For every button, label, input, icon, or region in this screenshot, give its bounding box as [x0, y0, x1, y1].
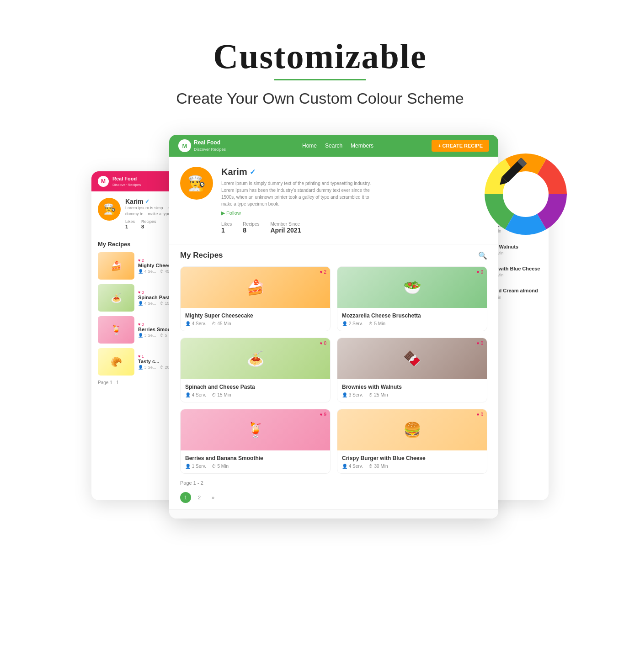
- back-recipe-img-4: 🥐: [98, 348, 134, 376]
- recipe-card-5: 🍹 ♥ 9 Berries and Banana Smoothie 👤 1 Se…: [180, 409, 331, 474]
- likes-label: Likes: [221, 222, 232, 227]
- page-label: Page 1 - 2: [169, 474, 498, 492]
- my-recipes-title: My Recipes: [180, 251, 223, 260]
- likes-value: 1: [221, 227, 232, 234]
- back-verified: ✓: [145, 198, 149, 205]
- main-profile-name: Karim ✓: [221, 167, 487, 177]
- recipe-img-6: 🍔 ♥ 0: [337, 409, 487, 450]
- recipe-card-body-5: Berries and Banana Smoothie 👤 1 Serv. ⏱ …: [181, 450, 330, 473]
- recipe-title-5: Berries and Banana Smoothie: [185, 455, 325, 461]
- main-footer: About Us An About Us page helps your com…: [169, 509, 498, 519]
- green-underline: [274, 79, 366, 80]
- main-logo-text: Real FoodDiscover Recipes: [194, 139, 226, 152]
- main-follow-btn[interactable]: ▶ Follow: [221, 210, 487, 216]
- main-verified-badge: ✓: [250, 168, 256, 176]
- recipe-like-6: ♥ 0: [477, 412, 483, 417]
- recipe-servings-6: 👤 4 Serv.: [342, 464, 363, 469]
- recipe-card-2: 🥗 ♥ 0 Mozzarella Cheese Bruschetta 👤 2 S…: [337, 266, 487, 331]
- main-likes-stat: Likes 1: [221, 222, 232, 234]
- recipe-servings-2: 👤 2 Serv.: [342, 321, 363, 326]
- recipe-title-2: Mozzarella Cheese Bruschetta: [342, 312, 482, 319]
- since-label: Member Since: [271, 222, 301, 227]
- recipe-card-1: 🍰 ♥ 2 Mighty Super Cheesecake 👤 4 Serv. …: [180, 266, 331, 331]
- recipe-card-body-4: Brownies with Walnuts 👤 3 Serv. ⏱ 25 Min: [337, 379, 487, 402]
- back-recipe-img-3: 🍹: [98, 316, 134, 344]
- page-title-cursive: Customizable: [0, 37, 640, 76]
- recipes-value: 8: [243, 227, 259, 234]
- back-recipe-like-4: ♥ 1: [138, 354, 170, 359]
- main-recipes-stat: Recipes 8: [243, 222, 259, 234]
- recipe-card-body-6: Crispy Burger with Blue Cheese 👤 4 Serv.…: [337, 450, 487, 473]
- recipe-time-3: ⏱ 15 Min: [212, 392, 231, 397]
- recipe-time-6: ⏱ 30 Min: [368, 464, 388, 469]
- recipe-meta-2: 👤 2 Serv. ⏱ 5 Min: [342, 321, 482, 326]
- recipe-meta-6: 👤 4 Serv. ⏱ 30 Min: [342, 464, 482, 469]
- recipe-time-4: ⏱ 25 Min: [368, 392, 388, 397]
- recipe-time-2: ⏱ 5 Min: [368, 321, 385, 326]
- recipe-like-2: ♥ 0: [477, 270, 483, 275]
- recipe-time-1: ⏱ 45 Min: [212, 321, 231, 326]
- recipe-like-1: ♥ 2: [320, 270, 326, 275]
- recipe-like-3: ♥ 0: [320, 341, 326, 346]
- recipe-meta-3: 👤 4 Serv. ⏱ 15 Min: [185, 392, 325, 397]
- back-avatar: 👨‍🍳: [98, 198, 121, 221]
- recipe-title-3: Spinach and Cheese Pasta: [185, 384, 325, 390]
- pagination: 1 2 »: [169, 492, 498, 509]
- recipe-card-4: 🍫 ♥ 0 Brownies with Walnuts 👤 3 Serv. ⏱ …: [337, 338, 487, 402]
- since-value: April 2021: [271, 227, 301, 234]
- back-recipe-title-4: Tasty c...: [138, 359, 170, 364]
- screenshots-wrapper: M Real FoodDiscover Recipes 👨‍🍳 Karim ✓ …: [91, 135, 549, 519]
- back-logo-icon: M: [98, 176, 109, 187]
- recipe-meta-1: 👤 4 Serv. ⏱ 45 Min: [185, 321, 325, 326]
- main-avatar: 👨‍🍳: [180, 167, 213, 200]
- back-logo-text: Real FoodDiscover Recipes: [112, 176, 141, 187]
- back-recipes-stat: Recipes8: [141, 219, 156, 229]
- recipe-img-3: 🍝 ♥ 0: [181, 338, 330, 379]
- recipe-servings-5: 👤 1 Serv.: [185, 464, 206, 469]
- back-recipe-meta-4: 👤 3 Se... ⏱ 20: [138, 365, 170, 370]
- recipe-card-body-2: Mozzarella Cheese Bruschetta 👤 2 Serv. ⏱…: [337, 308, 487, 331]
- main-profile-info: Karim ✓ Lorem ipsum is simply dummy text…: [221, 167, 487, 234]
- recipe-servings-1: 👤 4 Serv.: [185, 321, 206, 326]
- recipes-label: Recipes: [243, 222, 259, 227]
- back-recipe-meta-2: 👤 4 Se... ⏱ 15: [138, 301, 172, 306]
- page-2-btn[interactable]: 2: [194, 492, 205, 503]
- main-recipes-area: My Recipes 🔍 🍰 ♥ 2 Mighty Super Cheeseca…: [169, 244, 498, 519]
- nav-link-members[interactable]: Members: [351, 143, 373, 149]
- nav-link-home[interactable]: Home: [302, 143, 317, 149]
- recipe-title-4: Brownies with Walnuts: [342, 384, 482, 390]
- recipe-img-4: 🍫 ♥ 0: [337, 338, 487, 379]
- back-recipe-info-2: ♥ 0 Spinach Pasta 👤 4 Se... ⏱ 15: [138, 290, 172, 306]
- recipe-title-6: Crispy Burger with Blue Cheese: [342, 455, 482, 461]
- recipe-title-1: Mighty Super Cheesecake: [185, 312, 325, 319]
- search-icon[interactable]: 🔍: [478, 251, 487, 260]
- back-recipe-info-4: ♥ 1 Tasty c... 👤 3 Se... ⏱ 20: [138, 354, 170, 370]
- main-profile-stats: Likes 1 Recipes 8 Member Since April 202…: [221, 222, 487, 234]
- recipe-meta-4: 👤 3 Serv. ⏱ 25 Min: [342, 392, 482, 397]
- recipe-servings-3: 👤 4 Serv.: [185, 392, 206, 397]
- recipe-card-3: 🍝 ♥ 0 Spinach and Cheese Pasta 👤 4 Serv.…: [180, 338, 331, 402]
- page-header: Customizable Create Your Own Custom Colo…: [0, 18, 640, 135]
- recipes-header: My Recipes 🔍: [169, 244, 498, 266]
- back-recipe-img-2: 🍝: [98, 284, 134, 312]
- main-nav-logo: M Real FoodDiscover Recipes: [178, 139, 226, 152]
- main-since-stat: Member Since April 2021: [271, 222, 301, 234]
- back-recipe-title-2: Spinach Pasta: [138, 295, 172, 300]
- nav-link-search[interactable]: Search: [325, 143, 342, 149]
- main-logo-icon: M: [178, 139, 191, 152]
- recipe-card-6: 🍔 ♥ 0 Crispy Burger with Blue Cheese 👤 4…: [337, 409, 487, 474]
- back-likes-stat: Likes1: [125, 219, 135, 229]
- main-nav: M Real FoodDiscover Recipes Home Search …: [169, 135, 498, 157]
- page-1-btn[interactable]: 1: [180, 492, 191, 503]
- color-wheel: [475, 144, 576, 244]
- page-next-btn[interactable]: »: [208, 492, 219, 503]
- main-profile-section: 👨‍🍳 Karim ✓ Lorem ipsum is simply dummy …: [169, 157, 498, 244]
- main-nav-links: Home Search Members: [253, 143, 422, 149]
- recipe-meta-5: 👤 1 Serv. ⏱ 5 Min: [185, 464, 325, 469]
- recipe-img-2: 🥗 ♥ 0: [337, 267, 487, 308]
- recipe-servings-4: 👤 3 Serv.: [342, 392, 363, 397]
- recipe-img-1: 🍰 ♥ 2: [181, 267, 330, 308]
- recipe-grid: 🍰 ♥ 2 Mighty Super Cheesecake 👤 4 Serv. …: [169, 266, 498, 474]
- back-recipe-img-1: 🍰: [98, 252, 134, 280]
- recipe-img-5: 🍹 ♥ 9: [181, 409, 330, 450]
